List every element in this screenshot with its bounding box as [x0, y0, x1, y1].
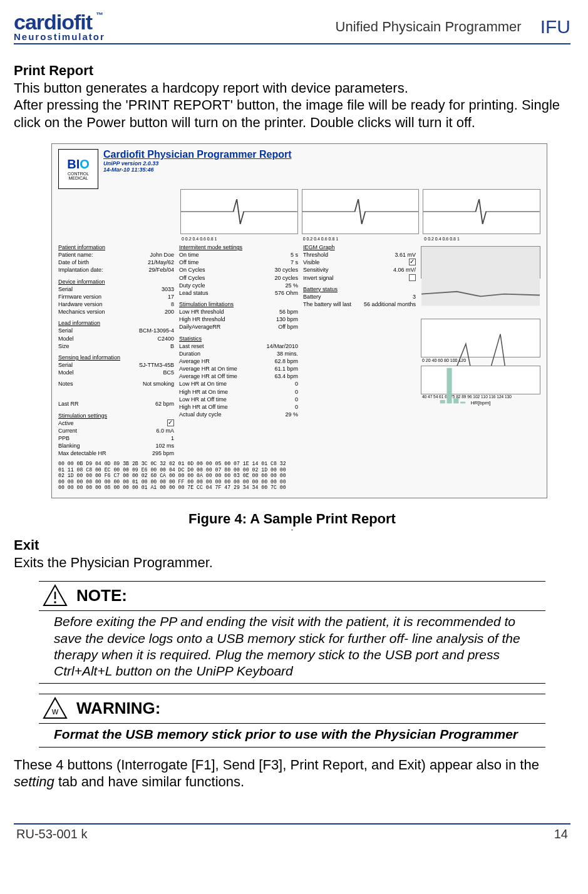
blank-l: Blanking [58, 442, 84, 450]
lmod-v: C2400 [157, 335, 174, 342]
closing-text: These 4 buttons (Interrogate [F1], Send … [14, 757, 539, 790]
avgoff-l: Average HR at Off time [179, 372, 241, 380]
report-col4: 0 20 40 60 80 100 120 40 47 54 61 68 75 … [421, 244, 540, 457]
patient-info-h: Patient information [58, 244, 174, 251]
print-report-p2: After pressing the 'PRINT REPORT' button… [14, 96, 570, 131]
stimlim-h: Stimulation limitations [179, 301, 298, 308]
page-header: cardiofit™ Neurostimulator Unified Physi… [14, 11, 570, 44]
notes-l: Notes [58, 380, 77, 388]
imp-v: 29/Feb/04 [148, 266, 174, 274]
note-label: NOTE: [76, 586, 127, 605]
iegm-chart-3 [423, 189, 540, 234]
report-col2: Intermitent mode settings On time5 s Off… [179, 244, 298, 457]
mech-v: 200 [165, 308, 174, 316]
hr-histogram [421, 366, 540, 394]
off-v: 7 s [291, 259, 298, 266]
sser-v: SJ-TTM3-45B [139, 361, 174, 369]
adc-v: 29 % [285, 411, 298, 418]
lsize-l: Size [58, 342, 73, 350]
hw-l: Hardware version [58, 301, 106, 308]
pname-l: Patient name: [58, 251, 97, 259]
hw-v: 8 [171, 301, 174, 308]
lastrr-l: Last RR [58, 400, 83, 408]
active-checkbox-icon [167, 419, 174, 426]
report-version: UniPP version 2.0.33 [103, 160, 540, 167]
chart2-xticks: 0 0.2 0.4 0.6 0.8 1 [302, 237, 420, 241]
warning-body: Format the USB memory stick prior to use… [39, 724, 545, 747]
imp-l: Implantation date: [58, 266, 107, 274]
highhr-l: High HR threshold [179, 316, 229, 323]
ppb-v: 1 [171, 434, 174, 442]
print-report-heading: Print Report [14, 62, 570, 80]
lser-l: Serial [58, 327, 76, 334]
avg-l: Average HR [179, 357, 214, 365]
batt-l: Battery [303, 293, 325, 301]
note-icon [43, 584, 68, 607]
ppb-l: PPB [58, 434, 73, 442]
off-l: Off time [179, 259, 202, 266]
lser-v: BCM-13095-4 [139, 327, 174, 334]
warning-label: WARNING: [76, 699, 160, 718]
warning-callout: w WARNING: Format the USB memory stick p… [39, 694, 545, 747]
notes-v: Not smoking [143, 380, 174, 388]
lr-v: 14/Mar/2010 [266, 342, 298, 350]
page-footer: RU-53-001 k 14 [14, 823, 570, 853]
hr-small-chart [421, 246, 540, 279]
dser-v: 3033 [162, 285, 174, 293]
sser-l: Serial [58, 361, 76, 369]
document-title: Unified Physicain Programmer [105, 19, 540, 35]
thr-l: Threshold [303, 251, 332, 259]
lmod-l: Model [58, 335, 78, 342]
life-l: The battery will last [303, 301, 355, 308]
stim-h: Stimulation settings [58, 412, 174, 419]
chart3-xticks: 0 0.2 0.4 0.6 0.8 1 [423, 237, 540, 241]
svg-rect-6 [446, 368, 451, 404]
cur-v: 6.0 mA [156, 427, 174, 434]
onc-v: 30 cycles [274, 266, 298, 274]
figure-container: BIO CONTROLMEDICAL Cardiofit Physician P… [51, 143, 570, 498]
dob-l: Date of birth [58, 259, 93, 266]
vis-l: Visible [303, 259, 323, 266]
lead-info-h: Lead information [58, 319, 174, 327]
blank-v: 102 ms [155, 442, 174, 450]
offc-v: 20 cycles [274, 274, 298, 282]
sens-l: Sensitivity [303, 266, 333, 274]
batt-h: Battery status [303, 285, 416, 293]
bpm-chart [421, 319, 540, 357]
avgon-v: 61.1 bpm [274, 365, 298, 372]
lastrr-v: 62 bpm [155, 400, 174, 408]
lowhr-v: 56 bpm [279, 308, 298, 316]
batt-v: 3 [413, 293, 416, 301]
svg-rect-8 [460, 402, 465, 404]
note-callout: NOTE: Before exiting the PP and ending t… [39, 581, 545, 684]
avgon-l: Average HR at On time [179, 365, 241, 372]
lowoff-l: Low HR at Off time [179, 396, 230, 403]
footer-doc-id: RU-53-001 k [16, 827, 87, 841]
fw-v: 17 [168, 293, 174, 301]
report-col1: Patient information Patient name:John Do… [58, 244, 174, 457]
lowoff-v: 0 [295, 396, 298, 403]
highoff-v: 0 [295, 403, 298, 411]
inv-l: Invert signal [303, 274, 338, 282]
fw-l: Firmware version [58, 293, 105, 301]
offc-l: Off Cycles [179, 274, 209, 282]
dob-v: 21/May/62 [148, 259, 174, 266]
exit-heading: Exit [14, 537, 570, 554]
print-report-p1: This button generates a hardcopy report … [14, 80, 570, 97]
lr-l: Last reset [179, 342, 208, 350]
iegm-h: IEGM Graph [303, 244, 416, 251]
on-l: On time [179, 251, 203, 259]
iegm-chart-1 [180, 189, 298, 234]
svg-point-11 [54, 602, 56, 604]
svg-rect-7 [453, 399, 458, 404]
report-col3: IEGM Graph Threshold3.61 mV Visible Sens… [303, 244, 416, 457]
highoff-l: High HR at Off time [179, 403, 232, 411]
highhr-v: 130 bpm [276, 316, 298, 323]
active-l: Active [58, 419, 78, 427]
smod-l: Model [58, 369, 78, 376]
maxhr-l: Max detectable HR [58, 450, 110, 457]
cur-l: Current [58, 427, 81, 434]
report-date: 14-Mar-10 11:35:46 [103, 167, 540, 173]
figure-caption-sub: - [14, 526, 570, 533]
adc-l: Actual duty cycle [179, 411, 225, 418]
